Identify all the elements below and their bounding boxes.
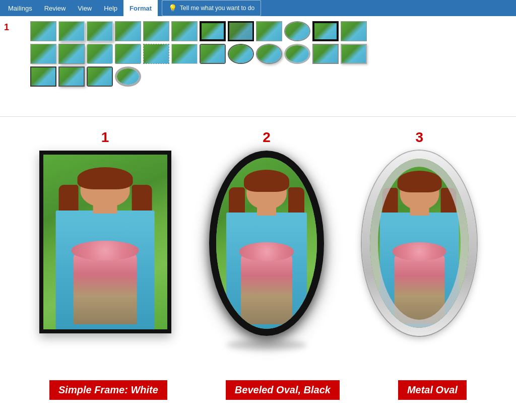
badge-2: 2: [224, 21, 226, 27]
style-thumb-1-9[interactable]: [256, 21, 282, 41]
style-thumb-2-8[interactable]: [228, 44, 254, 64]
flowers-top-3: [393, 242, 446, 261]
hair-top-1: [78, 167, 133, 190]
menu-view[interactable]: View: [72, 0, 98, 16]
section-3: 3: [362, 129, 477, 336]
tell-me-input[interactable]: 💡 Tell me what you want to do: [162, 0, 261, 16]
style-thumb-1-12[interactable]: [341, 21, 367, 41]
style-thumb-2-6[interactable]: [171, 44, 198, 64]
style-thumb-3-3[interactable]: [87, 66, 113, 87]
style-thumb-2-10[interactable]: [284, 44, 310, 64]
style-thumb-2-5[interactable]: [143, 44, 169, 64]
menu-review[interactable]: Review: [38, 0, 72, 16]
style-thumb-1-2[interactable]: [58, 21, 85, 41]
photo-2: [216, 158, 317, 329]
style-thumb-3-4[interactable]: 3: [115, 66, 141, 87]
style-thumb-2-1[interactable]: [30, 44, 56, 64]
section-3-number: 3: [416, 129, 424, 146]
label-simple-frame: Simple Frame: White: [49, 380, 167, 400]
style-thumb-1-7[interactable]: 2: [200, 21, 226, 41]
flowers-3: [394, 255, 444, 323]
label-section: Simple Frame: White Beveled Oval, Black …: [0, 375, 516, 410]
gallery-number-1: 1: [4, 22, 9, 33]
style-thumb-1-5[interactable]: [143, 21, 169, 41]
drop-shadow-2: [226, 340, 307, 350]
hair-top-3: [397, 171, 441, 192]
style-thumb-2-9[interactable]: [256, 44, 282, 64]
style-thumb-2-12[interactable]: [341, 44, 367, 64]
style-thumb-1-6[interactable]: [171, 21, 198, 41]
oval-frame-2: [209, 151, 324, 336]
gallery-row-3: 3: [30, 66, 508, 87]
main-content: 1 2: [0, 119, 516, 360]
menu-format[interactable]: Format: [123, 0, 158, 16]
style-thumb-3-2[interactable]: [58, 66, 85, 87]
label-beveled-oval: Beveled Oval, Black: [226, 380, 340, 400]
style-thumb-1-8[interactable]: [228, 21, 254, 41]
flowers-top-1: [72, 241, 139, 260]
menu-help[interactable]: Help: [98, 0, 123, 16]
section-2-number: 2: [263, 129, 271, 146]
menu-mailings[interactable]: Mailings: [2, 0, 38, 16]
person-2: [226, 171, 307, 329]
gallery-row-2: [30, 44, 508, 64]
flowers-1: [74, 254, 137, 324]
gallery-number-3: 3: [139, 86, 141, 87]
section-1-number: 1: [101, 129, 109, 146]
image-frame-2: [209, 151, 324, 336]
section-1: 1: [39, 129, 171, 333]
style-thumb-2-2[interactable]: [58, 44, 85, 64]
style-thumb-1-1[interactable]: [30, 21, 56, 41]
photo-1: [43, 155, 167, 329]
style-thumb-2-11[interactable]: [312, 44, 339, 64]
image-frame-1: [39, 151, 171, 333]
gallery-row-1: 2: [30, 21, 508, 41]
style-thumb-2-4[interactable]: [115, 44, 141, 64]
flowers-2: [241, 255, 292, 324]
section-2: 2: [209, 129, 324, 350]
menu-bar: Mailings Review View Help Format 💡 Tell …: [0, 0, 516, 16]
style-thumb-2-7[interactable]: [200, 44, 226, 64]
hair-top-2: [244, 170, 289, 192]
style-thumb-1-3[interactable]: [87, 21, 113, 41]
photo-3: [370, 159, 469, 328]
style-thumb-2-3[interactable]: [87, 44, 113, 64]
tell-me-text: Tell me what you want to do: [180, 5, 254, 12]
image-frame-3: [362, 151, 477, 336]
style-thumb-1-10[interactable]: [284, 21, 310, 41]
oval-frame-3: [362, 151, 477, 336]
flowers-top-2: [239, 242, 294, 261]
person-3: [380, 172, 459, 328]
lightbulb-icon: 💡: [168, 4, 177, 12]
picture-styles-gallery: 1 2: [0, 16, 516, 117]
style-thumb-1-11[interactable]: [312, 21, 339, 41]
label-metal-oval: Metal Oval: [398, 380, 467, 400]
style-thumb-1-4[interactable]: [115, 21, 141, 41]
style-thumb-3-1[interactable]: [30, 66, 56, 87]
person-1: [55, 169, 155, 329]
